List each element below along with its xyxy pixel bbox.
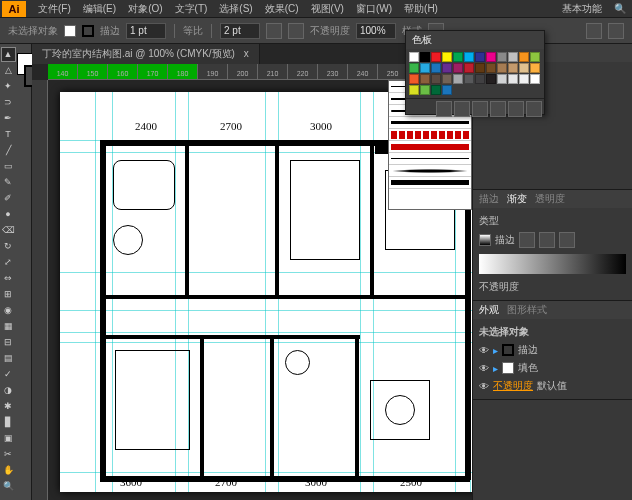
new-group-icon[interactable] xyxy=(490,101,506,117)
selection-tool[interactable]: ▲ xyxy=(1,47,16,62)
color-swatch[interactable] xyxy=(464,74,474,84)
type-tool[interactable]: T xyxy=(1,127,16,142)
menu-effect[interactable]: 效果(C) xyxy=(259,2,305,16)
rotate-tool[interactable]: ↻ xyxy=(1,239,16,254)
eye-icon[interactable]: 👁 xyxy=(479,363,489,374)
menu-select[interactable]: 选择(S) xyxy=(213,2,258,16)
gradient-tool[interactable]: ▤ xyxy=(1,351,16,366)
line-tool[interactable]: ╱ xyxy=(1,143,16,158)
color-swatch[interactable] xyxy=(508,74,518,84)
color-swatch[interactable] xyxy=(475,63,485,73)
color-swatch[interactable] xyxy=(519,52,529,62)
color-swatch[interactable] xyxy=(530,63,540,73)
blob-brush-tool[interactable]: ● xyxy=(1,207,16,222)
artboard-tool[interactable]: ▣ xyxy=(1,431,16,446)
pen-tool[interactable]: ✒ xyxy=(1,111,16,126)
doc-setup-icon[interactable] xyxy=(586,23,602,39)
stroke-swatch[interactable] xyxy=(82,25,94,37)
tab-close-icon[interactable]: x xyxy=(244,48,249,59)
stroke-tab[interactable]: 描边 xyxy=(479,190,499,208)
fill-swatch[interactable] xyxy=(64,25,76,37)
color-swatch[interactable] xyxy=(530,52,540,62)
ctrl-icon-1[interactable] xyxy=(266,23,282,39)
graphic-styles-tab[interactable]: 图形样式 xyxy=(507,301,547,319)
color-swatch[interactable] xyxy=(486,74,496,84)
grad-stroke-2[interactable] xyxy=(539,232,555,248)
menu-file[interactable]: 文件(F) xyxy=(32,2,77,16)
grad-swatch[interactable] xyxy=(479,234,491,246)
color-swatch[interactable] xyxy=(497,74,507,84)
document-tab[interactable]: 丁玲的室内结构图.ai @ 100% (CMYK/预览) x xyxy=(32,44,260,64)
color-swatch[interactable] xyxy=(442,74,452,84)
hand-tool[interactable]: ✋ xyxy=(1,463,16,478)
color-swatch[interactable] xyxy=(453,63,463,73)
slice-tool[interactable]: ✂ xyxy=(1,447,16,462)
menu-view[interactable]: 视图(V) xyxy=(305,2,350,16)
color-swatch[interactable] xyxy=(420,52,430,62)
color-swatch[interactable] xyxy=(464,52,474,62)
free-transform-tool[interactable]: ⊞ xyxy=(1,287,16,302)
workspace-switcher[interactable]: 基本功能 xyxy=(554,2,610,16)
color-swatch[interactable] xyxy=(431,52,441,62)
swatch-lib-icon[interactable] xyxy=(436,101,452,117)
eye-icon[interactable]: 👁 xyxy=(479,381,489,392)
color-swatch[interactable] xyxy=(519,74,529,84)
opacity-link[interactable]: 不透明度 xyxy=(493,379,533,393)
color-swatch[interactable] xyxy=(431,63,441,73)
grad-stroke-3[interactable] xyxy=(559,232,575,248)
graph-tool[interactable]: ▊ xyxy=(1,415,16,430)
color-swatch[interactable] xyxy=(442,63,452,73)
color-swatch[interactable] xyxy=(409,63,419,73)
ruler-vertical[interactable] xyxy=(32,80,48,500)
color-swatch[interactable] xyxy=(530,74,540,84)
color-swatch[interactable] xyxy=(442,85,452,95)
color-swatch[interactable] xyxy=(420,63,430,73)
transparency-tab[interactable]: 透明度 xyxy=(535,190,565,208)
delete-swatch-icon[interactable] xyxy=(526,101,542,117)
search-icon[interactable]: 🔍 xyxy=(610,3,630,14)
value2-input[interactable] xyxy=(220,23,260,39)
menu-edit[interactable]: 编辑(E) xyxy=(77,2,122,16)
menu-object[interactable]: 对象(O) xyxy=(122,2,168,16)
color-swatch[interactable] xyxy=(420,74,430,84)
perspective-tool[interactable]: ▦ xyxy=(1,319,16,334)
color-swatch[interactable] xyxy=(453,74,463,84)
eyedropper-tool[interactable]: ✓ xyxy=(1,367,16,382)
color-swatch[interactable] xyxy=(497,63,507,73)
lasso-tool[interactable]: ⊃ xyxy=(1,95,16,110)
gradient-preview[interactable] xyxy=(479,254,626,274)
appearance-tab[interactable]: 外观 xyxy=(479,301,499,319)
stroke-weight-input[interactable] xyxy=(126,23,166,39)
color-swatch[interactable] xyxy=(453,52,463,62)
color-swatch[interactable] xyxy=(508,52,518,62)
color-swatch[interactable] xyxy=(475,52,485,62)
menu-type[interactable]: 文字(T) xyxy=(169,2,214,16)
blend-tool[interactable]: ◑ xyxy=(1,383,16,398)
new-swatch-icon[interactable] xyxy=(508,101,524,117)
direct-select-tool[interactable]: △ xyxy=(1,63,16,78)
swatch-menu-icon[interactable] xyxy=(454,101,470,117)
grad-stroke-1[interactable] xyxy=(519,232,535,248)
rectangle-tool[interactable]: ▭ xyxy=(1,159,16,174)
eraser-tool[interactable]: ⌫ xyxy=(1,223,16,238)
shape-builder-tool[interactable]: ◉ xyxy=(1,303,16,318)
ctrl-icon-2[interactable] xyxy=(288,23,304,39)
menu-window[interactable]: 窗口(W) xyxy=(350,2,398,16)
color-swatch[interactable] xyxy=(431,85,441,95)
swatches-panel[interactable]: 色板 xyxy=(405,30,545,115)
scale-tool[interactable]: ⤢ xyxy=(1,255,16,270)
color-swatch[interactable] xyxy=(464,63,474,73)
opacity-input[interactable] xyxy=(356,23,396,39)
gradient-tab[interactable]: 渐变 xyxy=(507,190,527,208)
swatch-options-icon[interactable] xyxy=(472,101,488,117)
prefs-icon[interactable] xyxy=(608,23,624,39)
color-swatch[interactable] xyxy=(475,74,485,84)
color-swatch[interactable] xyxy=(486,63,496,73)
color-swatch[interactable] xyxy=(420,85,430,95)
width-tool[interactable]: ⇔ xyxy=(1,271,16,286)
symbol-sprayer-tool[interactable]: ✱ xyxy=(1,399,16,414)
zoom-tool[interactable]: 🔍 xyxy=(1,479,16,494)
color-swatch[interactable] xyxy=(409,52,419,62)
color-swatch[interactable] xyxy=(442,52,452,62)
color-swatch[interactable] xyxy=(431,74,441,84)
